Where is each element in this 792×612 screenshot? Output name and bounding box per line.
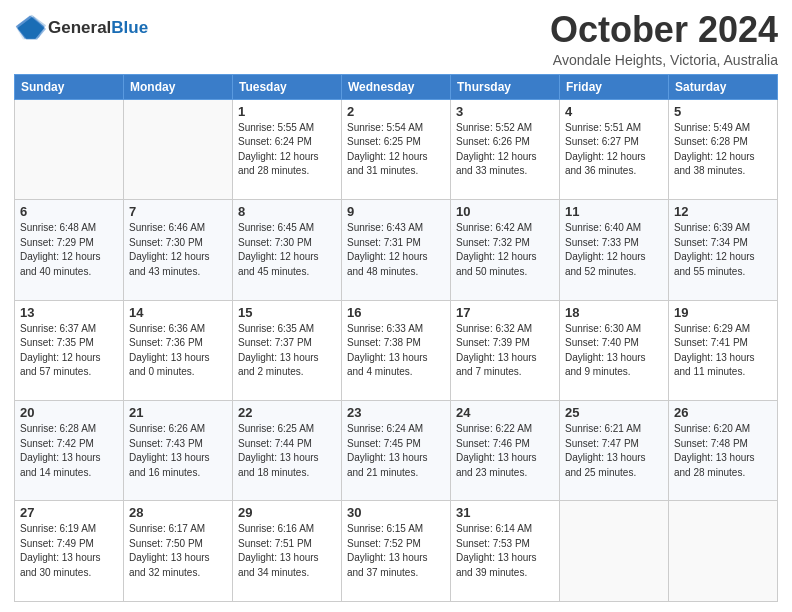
weekday-header: Thursday bbox=[451, 74, 560, 99]
calendar-cell: 22 Sunrise: 6:25 AMSunset: 7:44 PMDaylig… bbox=[233, 401, 342, 501]
weekday-header: Sunday bbox=[15, 74, 124, 99]
calendar-cell: 30 Sunrise: 6:15 AMSunset: 7:52 PMDaylig… bbox=[342, 501, 451, 602]
day-info: Sunrise: 6:30 AMSunset: 7:40 PMDaylight:… bbox=[565, 322, 663, 380]
logo-text: GeneralBlue bbox=[48, 19, 148, 38]
day-info: Sunrise: 6:32 AMSunset: 7:39 PMDaylight:… bbox=[456, 322, 554, 380]
day-number: 16 bbox=[347, 305, 445, 320]
calendar-cell: 18 Sunrise: 6:30 AMSunset: 7:40 PMDaylig… bbox=[560, 300, 669, 400]
day-number: 18 bbox=[565, 305, 663, 320]
calendar-cell: 15 Sunrise: 6:35 AMSunset: 7:37 PMDaylig… bbox=[233, 300, 342, 400]
day-number: 15 bbox=[238, 305, 336, 320]
day-number: 22 bbox=[238, 405, 336, 420]
day-info: Sunrise: 6:42 AMSunset: 7:32 PMDaylight:… bbox=[456, 221, 554, 279]
day-info: Sunrise: 6:16 AMSunset: 7:51 PMDaylight:… bbox=[238, 522, 336, 580]
calendar-cell: 27 Sunrise: 6:19 AMSunset: 7:49 PMDaylig… bbox=[15, 501, 124, 602]
calendar-header: SundayMondayTuesdayWednesdayThursdayFrid… bbox=[15, 74, 778, 99]
calendar-cell: 11 Sunrise: 6:40 AMSunset: 7:33 PMDaylig… bbox=[560, 200, 669, 300]
day-number: 23 bbox=[347, 405, 445, 420]
day-number: 31 bbox=[456, 505, 554, 520]
calendar-week-row: 27 Sunrise: 6:19 AMSunset: 7:49 PMDaylig… bbox=[15, 501, 778, 602]
day-info: Sunrise: 6:19 AMSunset: 7:49 PMDaylight:… bbox=[20, 522, 118, 580]
calendar-cell: 13 Sunrise: 6:37 AMSunset: 7:35 PMDaylig… bbox=[15, 300, 124, 400]
logo-icon bbox=[14, 14, 46, 42]
day-info: Sunrise: 6:37 AMSunset: 7:35 PMDaylight:… bbox=[20, 322, 118, 380]
calendar-cell: 21 Sunrise: 6:26 AMSunset: 7:43 PMDaylig… bbox=[124, 401, 233, 501]
day-info: Sunrise: 6:24 AMSunset: 7:45 PMDaylight:… bbox=[347, 422, 445, 480]
calendar-cell: 9 Sunrise: 6:43 AMSunset: 7:31 PMDayligh… bbox=[342, 200, 451, 300]
weekday-header: Tuesday bbox=[233, 74, 342, 99]
day-number: 20 bbox=[20, 405, 118, 420]
calendar-cell: 20 Sunrise: 6:28 AMSunset: 7:42 PMDaylig… bbox=[15, 401, 124, 501]
day-number: 21 bbox=[129, 405, 227, 420]
day-info: Sunrise: 5:54 AMSunset: 6:25 PMDaylight:… bbox=[347, 121, 445, 179]
day-number: 26 bbox=[674, 405, 772, 420]
day-info: Sunrise: 6:39 AMSunset: 7:34 PMDaylight:… bbox=[674, 221, 772, 279]
weekday-header: Wednesday bbox=[342, 74, 451, 99]
day-info: Sunrise: 5:49 AMSunset: 6:28 PMDaylight:… bbox=[674, 121, 772, 179]
day-number: 8 bbox=[238, 204, 336, 219]
day-number: 28 bbox=[129, 505, 227, 520]
day-info: Sunrise: 5:55 AMSunset: 6:24 PMDaylight:… bbox=[238, 121, 336, 179]
day-info: Sunrise: 6:48 AMSunset: 7:29 PMDaylight:… bbox=[20, 221, 118, 279]
calendar-cell: 28 Sunrise: 6:17 AMSunset: 7:50 PMDaylig… bbox=[124, 501, 233, 602]
weekday-header: Friday bbox=[560, 74, 669, 99]
calendar-cell: 1 Sunrise: 5:55 AMSunset: 6:24 PMDayligh… bbox=[233, 99, 342, 199]
logo-general: General bbox=[48, 18, 111, 37]
day-info: Sunrise: 6:29 AMSunset: 7:41 PMDaylight:… bbox=[674, 322, 772, 380]
page: GeneralBlue October 2024 Avondale Height… bbox=[0, 0, 792, 612]
day-info: Sunrise: 6:22 AMSunset: 7:46 PMDaylight:… bbox=[456, 422, 554, 480]
day-number: 17 bbox=[456, 305, 554, 320]
day-info: Sunrise: 6:21 AMSunset: 7:47 PMDaylight:… bbox=[565, 422, 663, 480]
weekday-row: SundayMondayTuesdayWednesdayThursdayFrid… bbox=[15, 74, 778, 99]
calendar-cell bbox=[15, 99, 124, 199]
calendar: SundayMondayTuesdayWednesdayThursdayFrid… bbox=[14, 74, 778, 602]
calendar-week-row: 1 Sunrise: 5:55 AMSunset: 6:24 PMDayligh… bbox=[15, 99, 778, 199]
day-info: Sunrise: 6:43 AMSunset: 7:31 PMDaylight:… bbox=[347, 221, 445, 279]
calendar-cell: 8 Sunrise: 6:45 AMSunset: 7:30 PMDayligh… bbox=[233, 200, 342, 300]
calendar-cell bbox=[560, 501, 669, 602]
calendar-cell: 12 Sunrise: 6:39 AMSunset: 7:34 PMDaylig… bbox=[669, 200, 778, 300]
day-info: Sunrise: 6:33 AMSunset: 7:38 PMDaylight:… bbox=[347, 322, 445, 380]
calendar-cell: 6 Sunrise: 6:48 AMSunset: 7:29 PMDayligh… bbox=[15, 200, 124, 300]
calendar-cell: 23 Sunrise: 6:24 AMSunset: 7:45 PMDaylig… bbox=[342, 401, 451, 501]
day-number: 6 bbox=[20, 204, 118, 219]
day-number: 14 bbox=[129, 305, 227, 320]
title-block: October 2024 Avondale Heights, Victoria,… bbox=[550, 10, 778, 68]
weekday-header: Saturday bbox=[669, 74, 778, 99]
day-info: Sunrise: 6:17 AMSunset: 7:50 PMDaylight:… bbox=[129, 522, 227, 580]
calendar-cell bbox=[669, 501, 778, 602]
logo-blue: Blue bbox=[111, 18, 148, 37]
day-number: 24 bbox=[456, 405, 554, 420]
calendar-week-row: 13 Sunrise: 6:37 AMSunset: 7:35 PMDaylig… bbox=[15, 300, 778, 400]
day-number: 9 bbox=[347, 204, 445, 219]
day-number: 19 bbox=[674, 305, 772, 320]
calendar-cell: 4 Sunrise: 5:51 AMSunset: 6:27 PMDayligh… bbox=[560, 99, 669, 199]
month-title: October 2024 bbox=[550, 10, 778, 50]
calendar-cell bbox=[124, 99, 233, 199]
day-info: Sunrise: 6:14 AMSunset: 7:53 PMDaylight:… bbox=[456, 522, 554, 580]
subtitle: Avondale Heights, Victoria, Australia bbox=[550, 52, 778, 68]
calendar-cell: 26 Sunrise: 6:20 AMSunset: 7:48 PMDaylig… bbox=[669, 401, 778, 501]
day-number: 1 bbox=[238, 104, 336, 119]
calendar-cell: 14 Sunrise: 6:36 AMSunset: 7:36 PMDaylig… bbox=[124, 300, 233, 400]
calendar-cell: 24 Sunrise: 6:22 AMSunset: 7:46 PMDaylig… bbox=[451, 401, 560, 501]
calendar-week-row: 20 Sunrise: 6:28 AMSunset: 7:42 PMDaylig… bbox=[15, 401, 778, 501]
calendar-cell: 29 Sunrise: 6:16 AMSunset: 7:51 PMDaylig… bbox=[233, 501, 342, 602]
calendar-cell: 25 Sunrise: 6:21 AMSunset: 7:47 PMDaylig… bbox=[560, 401, 669, 501]
day-number: 10 bbox=[456, 204, 554, 219]
calendar-cell: 31 Sunrise: 6:14 AMSunset: 7:53 PMDaylig… bbox=[451, 501, 560, 602]
day-info: Sunrise: 6:35 AMSunset: 7:37 PMDaylight:… bbox=[238, 322, 336, 380]
day-number: 27 bbox=[20, 505, 118, 520]
calendar-cell: 7 Sunrise: 6:46 AMSunset: 7:30 PMDayligh… bbox=[124, 200, 233, 300]
day-info: Sunrise: 5:51 AMSunset: 6:27 PMDaylight:… bbox=[565, 121, 663, 179]
calendar-week-row: 6 Sunrise: 6:48 AMSunset: 7:29 PMDayligh… bbox=[15, 200, 778, 300]
calendar-cell: 19 Sunrise: 6:29 AMSunset: 7:41 PMDaylig… bbox=[669, 300, 778, 400]
calendar-cell: 2 Sunrise: 5:54 AMSunset: 6:25 PMDayligh… bbox=[342, 99, 451, 199]
day-info: Sunrise: 6:26 AMSunset: 7:43 PMDaylight:… bbox=[129, 422, 227, 480]
day-number: 7 bbox=[129, 204, 227, 219]
day-info: Sunrise: 6:28 AMSunset: 7:42 PMDaylight:… bbox=[20, 422, 118, 480]
calendar-cell: 3 Sunrise: 5:52 AMSunset: 6:26 PMDayligh… bbox=[451, 99, 560, 199]
day-number: 5 bbox=[674, 104, 772, 119]
header: GeneralBlue October 2024 Avondale Height… bbox=[14, 10, 778, 68]
day-number: 13 bbox=[20, 305, 118, 320]
